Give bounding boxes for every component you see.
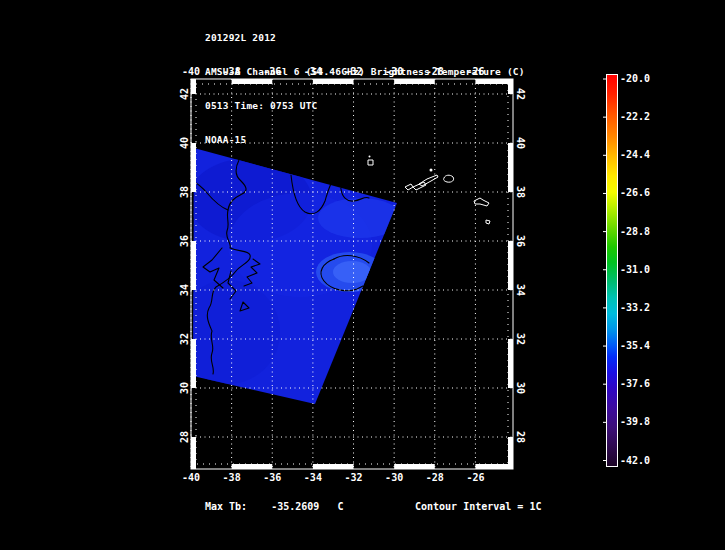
lon-tick-label-bottom: -28 [426, 472, 444, 483]
frame-segment-bottom [475, 464, 513, 469]
lon-tick-label-bottom: -36 [263, 472, 281, 483]
frame-segment-bottom [313, 464, 354, 469]
frame-segment-bottom [232, 464, 273, 469]
frame-segment-right [508, 79, 513, 94]
swath-warm-core [333, 261, 371, 283]
frame-segment-right [508, 143, 513, 192]
lat-tick-label-right: 34 [515, 284, 526, 296]
frame-segment-top [394, 79, 435, 84]
lon-tick-label-bottom: -32 [344, 472, 362, 483]
frame-segment-right [508, 339, 513, 388]
lat-tick-label-right: 42 [515, 88, 526, 100]
lat-tick-label-right: 36 [515, 235, 526, 247]
island-faial [405, 184, 413, 190]
frame-segment-left [191, 241, 196, 290]
colorbar-value-label: -26.6 [620, 187, 650, 198]
contour-interval-label: Contour Interval = 1C [415, 501, 541, 512]
swath-mid-patch [318, 198, 402, 238]
lon-tick-label-bottom: -40 [182, 472, 200, 483]
lat-tick-label-right: 32 [515, 333, 526, 345]
map-plot-svg [0, 0, 725, 550]
colorbar-value-label: -31.0 [620, 264, 650, 275]
colorbar-value-label: -42.0 [620, 455, 650, 466]
lat-tick-label-left: 36 [179, 235, 190, 247]
colorbar-gradient-bar [607, 75, 618, 467]
lon-tick-label-top: -38 [223, 66, 241, 77]
island-sao-miguel [474, 198, 489, 206]
frame-segment-left [191, 339, 196, 388]
satellite-swath [176, 148, 402, 404]
lon-tick-label-top: -32 [344, 66, 362, 77]
island-terceira [444, 175, 454, 182]
lon-tick-label-top: -36 [263, 66, 281, 77]
lat-tick-label-right: 40 [515, 137, 526, 149]
island-corvo [369, 156, 371, 158]
island-santa-maria [486, 220, 490, 224]
colorbar [603, 75, 618, 467]
colorbar-value-label: -22.2 [620, 111, 650, 122]
colorbar-value-label: -39.8 [620, 416, 650, 427]
lon-tick-label-bottom: -26 [466, 472, 484, 483]
island-sao-jorge [419, 175, 438, 186]
island-flores [368, 160, 373, 165]
lat-tick-label-left: 32 [179, 333, 190, 345]
frame-segment-bottom [394, 464, 435, 469]
amsu-plot-screen: 201292L 2012 AMSU-A Channel 6 (54.46GHz)… [0, 0, 725, 550]
lon-tick-label-bottom: -30 [385, 472, 403, 483]
lon-tick-label-top: -28 [426, 66, 444, 77]
colorbar-value-label: -35.4 [620, 340, 650, 351]
lat-tick-label-right: 30 [515, 382, 526, 394]
lon-tick-label-top: -34 [304, 66, 322, 77]
frame-segment-top [313, 79, 354, 84]
lon-tick-label-top: -30 [385, 66, 403, 77]
frame-segment-left [191, 437, 196, 469]
lat-tick-label-left: 42 [179, 88, 190, 100]
lon-tick-label-top: -40 [182, 66, 200, 77]
max-tb-readout: Max Tb: -35.2609 C [205, 501, 343, 512]
lat-tick-label-left: 38 [179, 186, 190, 198]
lat-tick-label-left: 34 [179, 284, 190, 296]
lon-tick-label-top: -26 [466, 66, 484, 77]
lat-tick-label-left: 30 [179, 382, 190, 394]
lon-tick-label-bottom: -34 [304, 472, 322, 483]
frame-segment-right [508, 437, 513, 469]
lat-tick-label-right: 38 [515, 186, 526, 198]
frame-segment-left [191, 79, 196, 94]
colorbar-value-label: -33.2 [620, 302, 650, 313]
colorbar-value-label: -24.4 [620, 149, 650, 160]
lat-tick-label-right: 28 [515, 431, 526, 443]
colorbar-value-label: -20.0 [620, 73, 650, 84]
frame-segment-right [508, 241, 513, 290]
island-graciosa [430, 169, 433, 172]
frame-segment-top [232, 79, 273, 84]
frame-segment-top [475, 79, 513, 84]
colorbar-value-label: -37.6 [620, 378, 650, 389]
lat-tick-label-left: 40 [179, 137, 190, 149]
lat-tick-label-left: 28 [179, 431, 190, 443]
frame-segment-left [191, 143, 196, 192]
lon-tick-label-bottom: -38 [223, 472, 241, 483]
colorbar-value-label: -28.8 [620, 226, 650, 237]
